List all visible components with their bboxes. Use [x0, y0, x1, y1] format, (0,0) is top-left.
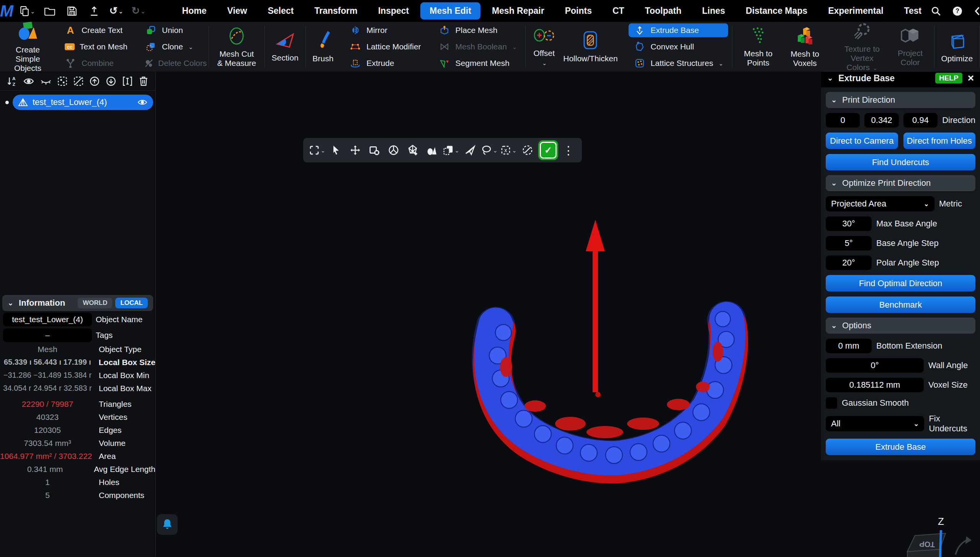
metric-dropdown[interactable]: Projected Area⌄ — [826, 196, 934, 211]
text-on-mesh-button[interactable]: cc Text on Mesh — [59, 40, 132, 54]
hollow-thicken-button[interactable]: Hollow/Thicken — [559, 30, 621, 63]
notifications-button[interactable] — [157, 514, 178, 535]
more-options-icon[interactable]: ⋮ — [560, 144, 577, 157]
orientation-gizmo[interactable]: TOP BACK Z X Y — [880, 513, 980, 557]
fix-undercuts-dropdown[interactable]: All⌄ — [826, 416, 924, 431]
menu-experimental[interactable]: Experimental — [819, 2, 892, 20]
chevron-down-icon[interactable]: ⌄ — [8, 299, 13, 307]
print-direction-section-header[interactable]: ⌄ Print Direction — [826, 92, 975, 108]
segment-mesh-button[interactable]: Segment Mesh — [433, 56, 522, 70]
lattice-add-button[interactable] — [404, 141, 421, 160]
clone-button[interactable]: Clone ⌄ — [140, 40, 205, 54]
direct-from-holes-button[interactable]: Direct from Holes — [903, 133, 976, 149]
move-tool-button[interactable] — [347, 141, 364, 160]
menu-mesh-repair[interactable]: Mesh Repair — [483, 2, 554, 20]
chevron-down-icon[interactable]: ⌄ — [493, 147, 498, 154]
new-file-button[interactable]: ⌄ — [18, 3, 37, 20]
direct-to-camera-button[interactable]: Direct to Camera — [826, 133, 898, 149]
hide-all-eye-closed-icon[interactable] — [40, 76, 52, 86]
primitive-shapes-button[interactable] — [423, 141, 440, 160]
mirror-button[interactable]: Mirror — [344, 23, 425, 37]
gizmo-rotate-arrows[interactable] — [953, 536, 972, 557]
extrude-base-action-button[interactable]: Extrude Base — [826, 439, 975, 455]
print-direction-arrow[interactable] — [586, 220, 605, 397]
section-button[interactable]: Section — [268, 31, 302, 62]
menu-toolpath[interactable]: Toolpath — [636, 2, 691, 20]
place-mesh-button[interactable]: Place Mesh — [433, 23, 522, 37]
project-color-button[interactable]: Project Color — [890, 26, 931, 67]
app-logo-icon[interactable]: M — [0, 0, 13, 22]
combine-button[interactable]: Combine — [59, 56, 132, 70]
chevron-down-icon[interactable]: ⌄ — [118, 8, 123, 15]
menu-points[interactable]: Points — [556, 2, 601, 20]
tags-input[interactable]: – — [3, 328, 92, 342]
box-select-invert-button[interactable]: x ⌄ — [500, 141, 517, 160]
transform-settings-button[interactable] — [366, 141, 383, 160]
trackball-rotate-button[interactable] — [385, 141, 402, 160]
rename-icon[interactable] — [122, 76, 133, 87]
menu-select[interactable]: Select — [258, 2, 303, 20]
menu-mesh-edit[interactable]: Mesh Edit — [420, 2, 480, 20]
select-all-icon[interactable] — [57, 76, 68, 87]
brush-button[interactable]: Brush — [309, 30, 337, 63]
open-file-button[interactable] — [41, 3, 59, 20]
union-button[interactable]: Union — [140, 23, 205, 37]
chevron-down-icon[interactable]: ⌄ — [320, 147, 325, 154]
redo-button[interactable]: ↻⌄ — [129, 3, 148, 20]
extrude-button[interactable]: Extrude — [344, 56, 425, 70]
convex-hull-button[interactable]: Convex Hull — [629, 40, 728, 54]
menu-lines[interactable]: Lines — [693, 2, 734, 20]
mesh-cut-measure-button[interactable]: Mesh Cut & Measure — [212, 26, 261, 68]
select-cursor-button[interactable] — [328, 141, 345, 160]
voxel-size-input[interactable]: 0.185112 mm — [826, 378, 924, 392]
menu-test[interactable]: Test — [895, 2, 931, 20]
texture-to-vertex-colors-button[interactable]: Texture to Vertex Colors ⌄ — [835, 21, 889, 72]
gaussian-smooth-checkbox[interactable] — [826, 397, 837, 409]
search-icon[interactable] — [931, 6, 941, 16]
menu-distance-maps[interactable]: Distance Maps — [737, 2, 817, 20]
deselect-all-icon[interactable] — [73, 76, 84, 87]
move-down-icon[interactable] — [106, 76, 116, 87]
move-up-icon[interactable] — [89, 76, 100, 87]
close-icon[interactable]: × — [968, 73, 974, 84]
help-icon[interactable]: ? — [952, 6, 963, 16]
undo-button[interactable]: ↺⌄ — [107, 3, 126, 20]
menu-inspect[interactable]: Inspect — [369, 2, 418, 20]
scene-object-item[interactable]: test_test_Lower_(4) — [13, 95, 153, 110]
lattice-modifier-button[interactable]: Lattice Modifier — [344, 40, 425, 54]
chevron-down-icon[interactable]: ⌄ — [30, 8, 35, 15]
lattice-structures-button[interactable]: Lattice Structures ⌄ — [629, 56, 728, 70]
options-section-header[interactable]: ⌄ Options — [826, 318, 975, 334]
polar-angle-step-input[interactable]: 20° — [826, 256, 872, 270]
information-header[interactable]: ⌄ Information WORLD LOCAL — [2, 295, 153, 311]
mesh-boolean-button[interactable]: Mesh Boolean ⌄ — [433, 40, 522, 54]
dental-mesh[interactable] — [489, 311, 734, 464]
wall-angle-input[interactable]: 0° — [826, 358, 924, 373]
optimize-print-direction-section-header[interactable]: ⌄ Optimize Print Direction — [826, 175, 975, 191]
benchmark-button[interactable]: Benchmark — [826, 297, 975, 313]
create-text-button[interactable]: A Create Text — [59, 23, 132, 37]
menu-transform[interactable]: Transform — [305, 2, 366, 20]
sort-az-icon[interactable]: AZ — [7, 76, 18, 87]
duplicate-button[interactable]: ⌄ — [443, 141, 459, 160]
lasso-select-button[interactable]: ⌄ — [481, 141, 498, 160]
bottom-extension-input[interactable]: 0 mm — [826, 339, 872, 353]
create-simple-objects-button[interactable]: Create Simple Objects — [3, 21, 52, 73]
delete-colors-button[interactable]: Delete Colors — [140, 56, 205, 70]
find-optimal-direction-button[interactable]: Find Optimal Direction — [826, 275, 975, 292]
direction-y-input[interactable]: 0.342 — [864, 113, 898, 128]
export-icon[interactable] — [85, 3, 103, 20]
chevron-down-icon[interactable]: ⌄ — [512, 147, 517, 154]
max-base-angle-input[interactable]: 30° — [826, 216, 872, 231]
show-all-eye-icon[interactable] — [23, 76, 34, 86]
save-button[interactable] — [63, 3, 81, 20]
mesh-to-voxels-button[interactable]: Mesh to Voxels — [781, 26, 828, 68]
fit-view-button[interactable]: ⌄ — [309, 141, 325, 160]
tab-local[interactable]: LOCAL — [115, 298, 148, 308]
find-undercuts-button[interactable]: Find Undercuts — [826, 154, 975, 170]
tab-world[interactable]: WORLD — [78, 298, 112, 308]
collapse-left-icon[interactable] — [973, 6, 980, 16]
confirm-button[interactable]: ✓ — [538, 140, 558, 160]
optimize-button[interactable]: Optimize — [937, 30, 977, 63]
direction-z-input[interactable]: 0.94 — [903, 113, 938, 128]
